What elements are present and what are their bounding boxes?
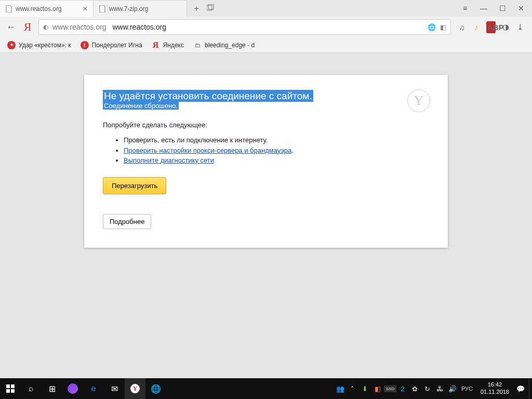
- bookmark-label: Пондеролет Игна: [92, 42, 142, 49]
- ext-icon[interactable]: ♪: [472, 23, 481, 32]
- clock[interactable]: 16:42 01.11.2018: [475, 381, 514, 396]
- page-icon: [99, 5, 106, 12]
- list-item: Проверить настройки прокси-сервера и бра…: [124, 145, 429, 156]
- tab-title: www.reactos.org: [16, 5, 79, 12]
- tab-reactos[interactable]: www.reactos.org ✕: [0, 0, 94, 17]
- error-card: Y Не удаётся установить соединение с сай…: [84, 75, 448, 248]
- downloads-icon[interactable]: ⤓: [515, 22, 525, 32]
- details-button[interactable]: Подробнее: [103, 214, 151, 229]
- bookmarks-bar: ✦ Удар «крестом»: к ℓ Пондеролет Игна Я …: [0, 37, 532, 53]
- yandex-logo-icon: Y: [407, 89, 430, 112]
- translate-icon[interactable]: 🌐: [428, 23, 436, 31]
- bookmark-toggle-icon[interactable]: ◧: [440, 23, 446, 31]
- tab-7zip[interactable]: www.7-zip.org: [94, 0, 187, 17]
- url-hint: www.reactos.org: [52, 23, 106, 31]
- bookmark-label: bleeding_edge - d: [205, 42, 255, 49]
- people-icon[interactable]: 👥: [334, 385, 347, 393]
- folder-icon: 🗀: [193, 41, 202, 49]
- error-title: Не удаётся установить соединение с сайто…: [103, 90, 313, 102]
- error-try-label: Попробуйте сделать следующее:: [103, 121, 429, 129]
- page-content: Y Не удаётся установить соединение с сай…: [0, 53, 532, 378]
- extensions: ♫ ♪ ABP ◑ ⤓: [457, 21, 527, 33]
- show-desktop-button[interactable]: [529, 378, 532, 399]
- system-tray: 👥 ˄ ⬇ ◧ SSD 2 ✿ ↻ 🖧 🔊 РУС 16:42 01.11.20…: [334, 378, 532, 399]
- task-view-icon[interactable]: ⊞: [42, 378, 62, 399]
- bookmark-item[interactable]: 🗀 bleeding_edge - d: [193, 41, 255, 49]
- tray-icon[interactable]: 2: [396, 385, 409, 393]
- clock-time: 16:42: [481, 381, 509, 389]
- address-bar: ← Я ◐ www.reactos.org www.reactos.org 🌐 …: [0, 17, 532, 37]
- notifications-icon[interactable]: 💬: [514, 385, 527, 393]
- tray-icon[interactable]: ↻: [421, 385, 434, 393]
- search-icon[interactable]: ⌕: [21, 378, 42, 399]
- network-icon[interactable]: 🖧: [434, 385, 446, 393]
- tab-close-icon[interactable]: ✕: [83, 5, 88, 12]
- close-window-button[interactable]: ✕: [517, 4, 525, 12]
- language-indicator[interactable]: РУС: [459, 385, 475, 392]
- svg-rect-3: [11, 384, 15, 388]
- list-item: Проверить, есть ли подключение к интерне…: [124, 135, 429, 145]
- taskbar-app-browser[interactable]: 🌐: [145, 378, 166, 399]
- url-text: www.reactos.org: [112, 23, 166, 31]
- tray-icon[interactable]: ◧: [371, 385, 384, 393]
- tray-icon[interactable]: ✿: [409, 385, 421, 393]
- tab-actions: ＋: [187, 3, 219, 14]
- network-diagnostics-link[interactable]: Выполните диагностику сети: [124, 156, 214, 164]
- bookmark-item[interactable]: ✦ Удар «крестом»: к: [7, 41, 71, 49]
- music-icon[interactable]: ♫: [457, 23, 467, 32]
- bookmark-favicon: ✦: [7, 41, 16, 49]
- bookmark-item[interactable]: Я Яндекс: [152, 41, 184, 49]
- tray-icon[interactable]: ⬇: [359, 385, 371, 393]
- taskbar: ⌕ ⊞ e ✉ Y 🌐 👥 ˄ ⬇ ◧ SSD 2 ✿ ↻ 🖧 🔊 РУС 16…: [0, 378, 532, 399]
- tabs-overview-icon[interactable]: [207, 4, 214, 13]
- volume-icon[interactable]: 🔊: [446, 385, 459, 393]
- start-button[interactable]: [0, 378, 21, 399]
- browser-chrome: www.reactos.org ✕ www.7-zip.org ＋ ≡ — ☐ …: [0, 0, 532, 53]
- error-suggestions: Проверить, есть ли подключение к интерне…: [124, 135, 429, 166]
- list-item: Выполните диагностику сети: [124, 155, 429, 166]
- tray-icon[interactable]: SSD: [384, 385, 396, 392]
- page-icon: [5, 5, 12, 12]
- back-button[interactable]: ←: [5, 22, 17, 33]
- minimize-button[interactable]: —: [480, 4, 487, 12]
- window-controls: ≡ — ☐ ✕: [454, 4, 532, 12]
- svg-rect-2: [6, 384, 10, 388]
- bookmark-favicon: ℓ: [81, 41, 89, 49]
- taskbar-app-alice[interactable]: [62, 378, 83, 399]
- new-tab-button[interactable]: ＋: [192, 3, 201, 14]
- error-subtitle: Соединение сброшено.: [103, 102, 179, 110]
- address-field[interactable]: ◐ www.reactos.org www.reactos.org 🌐 ◧: [38, 19, 451, 35]
- taskbar-app-mail[interactable]: ✉: [104, 378, 125, 399]
- svg-rect-5: [11, 389, 15, 393]
- proxy-settings-link[interactable]: Проверить настройки прокси-сервера и бра…: [124, 147, 291, 154]
- bookmark-label: Яндекс: [163, 42, 184, 49]
- yandex-home-icon[interactable]: Я: [23, 20, 32, 34]
- tab-bar: www.reactos.org ✕ www.7-zip.org ＋ ≡ — ☐ …: [0, 0, 532, 17]
- bookmark-item[interactable]: ℓ Пондеролет Игна: [81, 41, 142, 49]
- taskbar-app-yandex[interactable]: Y: [125, 378, 145, 399]
- site-info-icon[interactable]: ◐: [43, 23, 48, 31]
- bookmark-favicon: Я: [152, 41, 160, 49]
- svg-rect-4: [6, 389, 10, 393]
- reload-button[interactable]: Перезагрузить: [103, 177, 166, 194]
- ext-icon-2[interactable]: ◑: [501, 22, 510, 32]
- taskbar-app-edge[interactable]: e: [83, 378, 104, 399]
- bookmark-label: Удар «крестом»: к: [19, 42, 71, 49]
- maximize-button[interactable]: ☐: [499, 4, 506, 12]
- tray-chevron-icon[interactable]: ˄: [347, 385, 359, 393]
- menu-icon[interactable]: ≡: [461, 4, 469, 12]
- clock-date: 01.11.2018: [481, 389, 509, 396]
- adblock-icon[interactable]: ABP: [486, 21, 496, 33]
- tab-title: www.7-zip.org: [109, 5, 181, 12]
